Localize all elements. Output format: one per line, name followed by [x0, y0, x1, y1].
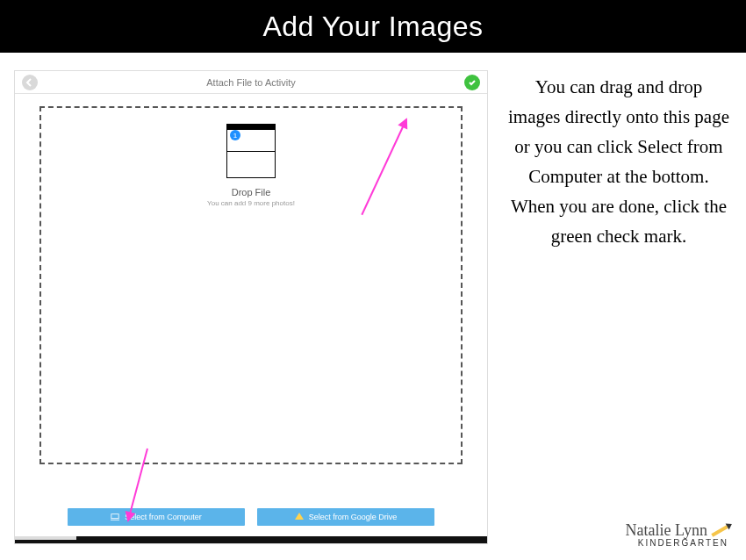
app-screenshot: Attach File to Activity 1 Drop File You …: [14, 70, 488, 544]
instructions-text: You can drag and drop images directly on…: [504, 70, 735, 553]
drop-area[interactable]: 1 Drop File You can add 9 more photos!: [39, 106, 463, 464]
file-thumbnail: 1: [226, 124, 276, 178]
screenshot-title: Attach File to Activity: [206, 77, 295, 88]
arrow-left-icon: [25, 78, 34, 87]
drop-label: Drop File: [232, 187, 271, 197]
select-from-computer-button[interactable]: Select from Computer: [68, 508, 245, 526]
screenshot-header: Attach File to Activity: [15, 71, 487, 94]
page-title: Add Your Images: [262, 11, 483, 43]
footer-logo: Natalie Lynn KINDERGARTEN: [626, 521, 728, 548]
pencil-icon: [711, 525, 728, 536]
check-icon: [468, 78, 477, 87]
back-button[interactable]: [22, 75, 38, 90]
footer-subtitle: KINDERGARTEN: [626, 538, 728, 548]
drop-sublabel: You can add 9 more photos!: [207, 199, 295, 207]
thumbnail-count-badge: 1: [230, 130, 240, 140]
select-from-drive-button[interactable]: Select from Google Drive: [257, 508, 434, 526]
computer-icon: [111, 513, 119, 521]
google-drive-icon: [295, 513, 304, 520]
svg-rect-0: [111, 514, 118, 519]
taskbar: [15, 536, 487, 543]
title-bar: Add Your Images: [0, 0, 746, 53]
footer-author: Natalie Lynn: [626, 521, 728, 540]
confirm-button[interactable]: [464, 75, 480, 90]
select-drive-label: Select from Google Drive: [309, 513, 398, 521]
select-computer-label: Select from Computer: [125, 513, 202, 521]
content-row: Attach File to Activity 1 Drop File You …: [0, 53, 746, 560]
